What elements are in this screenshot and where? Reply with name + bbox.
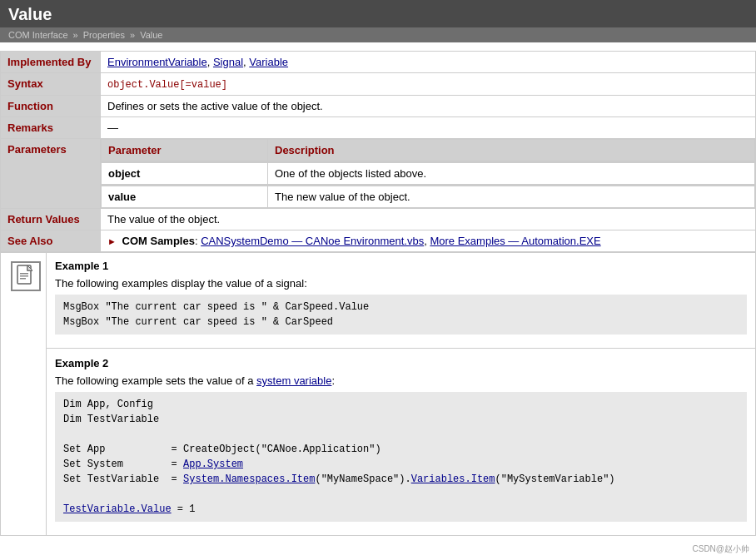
param-object-desc: One of the objects listed above.	[268, 163, 755, 185]
example-1-intro: The following examples display the value…	[55, 277, 747, 290]
param-value-cell: value The new value of the object.	[101, 186, 756, 209]
label-see-also: See Also	[1, 230, 101, 252]
label-return-values: Return Values	[1, 209, 101, 230]
see-also-bold: COM Samples	[122, 235, 195, 247]
icon-col	[1, 253, 47, 536]
table-row-function: Function Defines or sets the active valu…	[1, 96, 756, 117]
table-row-return-values: Return Values The value of the object.	[1, 209, 756, 230]
example-2-code: Dim App, Config Dim TestVariable Set App…	[55, 392, 747, 522]
header-bar: Value	[0, 0, 756, 27]
examples-table: Example 1 The following examples display…	[0, 252, 756, 536]
example-1-code: MsgBox "The current car speed is " & Car…	[55, 295, 747, 335]
page-icon	[11, 261, 41, 291]
table-row-implemented-by: Implemented By EnvironmentVariable, Sign…	[1, 52, 756, 73]
breadcrumb-com-interface[interactable]: COM Interface	[8, 30, 68, 40]
table-row-see-also: See Also ► COM Samples: CANSystemDemo — …	[1, 230, 756, 252]
see-also-arrow: ►	[107, 236, 117, 246]
table-row-remarks: Remarks —	[1, 117, 756, 139]
value-see-also: ► COM Samples: CANSystemDemo — CANoe Env…	[101, 230, 756, 252]
value-function: Defines or sets the active value of the …	[101, 96, 756, 117]
label-parameters: Parameters	[1, 139, 101, 209]
link-more-examples[interactable]: More Examples — Automation.EXE	[430, 235, 600, 247]
link-variables-item[interactable]: Variables.Item	[411, 473, 495, 485]
value-return-values: The value of the object.	[101, 209, 756, 230]
link-app-system[interactable]: App.System	[183, 458, 243, 470]
table-row-parameters-header: Parameters Parameter Description	[1, 139, 756, 162]
label-implemented-by: Implemented By	[1, 52, 101, 73]
label-function: Function	[1, 96, 101, 117]
link-can-system-demo[interactable]: CANSystemDemo — CANoe Environment.vbs	[201, 235, 424, 247]
value-remarks: —	[101, 117, 756, 139]
examples-content-col: Example 1 The following examples display…	[47, 253, 756, 536]
example-2-title: Example 2	[55, 357, 747, 369]
breadcrumb-bar: COM Interface » Properties » Value	[0, 27, 756, 42]
example-1-title: Example 1	[55, 260, 747, 272]
link-system-variable[interactable]: system variable	[256, 374, 331, 387]
svg-rect-4	[20, 278, 26, 280]
label-remarks: Remarks	[1, 117, 101, 139]
content-area: Implemented By EnvironmentVariable, Sign…	[0, 42, 756, 536]
link-variable[interactable]: Variable	[249, 56, 288, 68]
value-implemented-by: EnvironmentVariable, Signal, Variable	[101, 52, 756, 73]
examples-row: Example 1 The following examples display…	[1, 253, 756, 536]
param-value-name: value	[102, 186, 268, 208]
link-signal[interactable]: Signal	[213, 56, 243, 68]
link-system-namespaces[interactable]: System.Namespaces.Item	[183, 473, 315, 485]
page-icon-svg	[16, 265, 36, 288]
page-title: Value	[8, 5, 748, 24]
example-2-section: Example 2 The following example sets the…	[47, 348, 755, 535]
svg-rect-2	[20, 273, 28, 275]
breadcrumb-current: Value	[140, 30, 162, 40]
icon-box	[1, 253, 46, 291]
info-table: Implemented By EnvironmentVariable, Sign…	[0, 51, 756, 252]
link-environment-variable[interactable]: EnvironmentVariable	[107, 56, 207, 68]
params-header-row: Parameter Description	[101, 139, 756, 162]
breadcrumb-sep-1: »	[73, 30, 78, 40]
link-test-variable-value[interactable]: TestVariable.Value	[63, 503, 172, 515]
param-object-name: object	[102, 163, 268, 185]
syntax-code: object.Value[=value]	[107, 79, 227, 91]
param-object-cell: object One of the objects listed above.	[101, 162, 756, 186]
breadcrumb-properties[interactable]: Properties	[83, 30, 125, 40]
svg-rect-3	[20, 275, 28, 277]
param-col-header-parameter: Parameter	[102, 140, 268, 161]
param-col-header-description: Description	[268, 140, 755, 161]
example-1-section: Example 1 The following examples display…	[47, 253, 755, 348]
example-2-intro: The following example sets the value of …	[55, 374, 747, 387]
value-syntax: object.Value[=value]	[101, 73, 756, 96]
param-value-desc: The new value of the object.	[268, 186, 755, 208]
breadcrumb-sep-2: »	[130, 30, 135, 40]
table-row-syntax: Syntax object.Value[=value]	[1, 73, 756, 96]
label-syntax: Syntax	[1, 73, 101, 96]
table-row-param-value: value The new value of the object.	[1, 186, 756, 209]
table-row-param-object: object One of the objects listed above.	[1, 162, 756, 186]
